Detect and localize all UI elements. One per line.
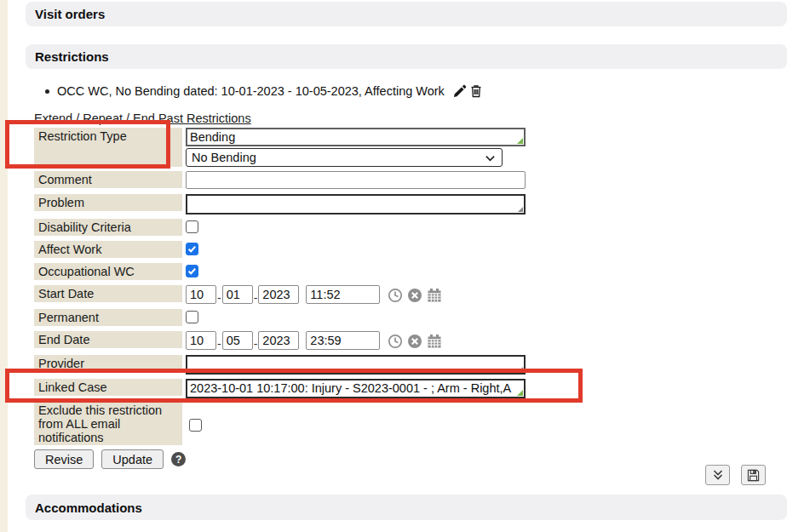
section-header-visit-orders: Visit orders xyxy=(26,2,787,26)
date-separator: - xyxy=(254,292,258,304)
end-month-input[interactable] xyxy=(186,331,216,350)
bullet-dot xyxy=(45,89,49,94)
question-icon[interactable]: ? xyxy=(171,452,186,466)
page: Visit orders Restrictions OCC WC, No Ben… xyxy=(0,0,787,532)
restriction-category-field[interactable]: Bending xyxy=(186,128,526,146)
clock-icon[interactable] xyxy=(388,334,403,349)
affect-work-checkbox[interactable] xyxy=(186,243,198,255)
clear-icon[interactable] xyxy=(407,334,422,349)
comment-label: Comment xyxy=(34,171,182,188)
form-row-restriction-type: Restriction Type Bending No Bending xyxy=(34,128,596,167)
restriction-type-label: Restriction Type xyxy=(34,128,182,167)
comment-input[interactable] xyxy=(186,171,526,189)
restriction-form: Restriction Type Bending No Bending Comm… xyxy=(34,128,596,469)
disability-criteria-checkbox[interactable] xyxy=(186,220,198,233)
form-row-start-date: Start Date - - xyxy=(34,285,596,305)
save-button[interactable] xyxy=(741,465,766,485)
form-row-linked-case: Linked Case 2023-10-01 10:17:00: Injury … xyxy=(34,379,596,398)
end-date-label: End Date xyxy=(34,331,182,348)
problem-label: Problem xyxy=(34,194,182,211)
floppy-save-icon xyxy=(747,469,760,482)
form-row-comment: Comment xyxy=(34,171,596,190)
panel-action-buttons xyxy=(705,465,766,485)
section-header-accommodations: Accommodations xyxy=(26,495,787,520)
form-row-end-date: End Date - - xyxy=(34,331,596,351)
date-separator: - xyxy=(254,338,258,350)
form-row-permanent: Permanent xyxy=(34,309,596,327)
restriction-summary-text: OCC WC, No Bending dated: 10-01-2023 - 1… xyxy=(57,84,445,98)
restriction-summary-item: OCC WC, No Bending dated: 10-01-2023 - 1… xyxy=(45,84,483,98)
clock-icon[interactable] xyxy=(388,288,403,303)
form-row-affect-work: Affect Work xyxy=(34,241,596,259)
form-row-problem: Problem xyxy=(34,194,596,215)
start-day-input[interactable] xyxy=(222,285,253,304)
section-title: Visit orders xyxy=(35,7,105,21)
exclude-email-checkbox[interactable] xyxy=(189,419,202,432)
revise-button[interactable]: Revise xyxy=(34,449,94,469)
section-title: Accommodations xyxy=(35,501,142,515)
form-actions: Revise Update ? xyxy=(34,449,596,469)
trash-icon[interactable] xyxy=(469,84,483,98)
linked-case-field[interactable]: 2023-10-01 10:17:00: Injury - S2023-0001… xyxy=(186,379,526,398)
provider-textarea[interactable] xyxy=(186,355,526,375)
start-year-input[interactable] xyxy=(258,285,299,304)
restriction-type-select[interactable]: No Bending xyxy=(186,148,503,167)
occupational-wc-checkbox[interactable] xyxy=(186,265,198,277)
occupational-wc-label: Occupational WC xyxy=(34,263,182,280)
collapse-button[interactable] xyxy=(705,465,730,485)
start-time-input[interactable] xyxy=(306,285,380,304)
extend-repeat-end-link[interactable]: Extend / Repeat / End Past Restrictions xyxy=(34,112,251,125)
restriction-type-selected-option: No Bending xyxy=(192,151,256,164)
form-row-exclude-email: Exclude this restriction from ALL email … xyxy=(34,403,596,445)
page-edge-strip xyxy=(0,0,8,532)
section-header-restrictions: Restrictions xyxy=(26,44,787,69)
start-month-input[interactable] xyxy=(186,285,216,304)
provider-label: Provider xyxy=(34,355,182,372)
form-row-occupational-wc: Occupational WC xyxy=(34,263,596,281)
permanent-label: Permanent xyxy=(34,309,182,326)
linked-case-label: Linked Case xyxy=(34,379,182,396)
chevron-down-icon xyxy=(485,153,496,163)
disability-criteria-label: Disability Criteria xyxy=(34,219,182,236)
update-button[interactable]: Update xyxy=(101,449,164,469)
form-row-disability-criteria: Disability Criteria xyxy=(34,219,596,237)
end-year-input[interactable] xyxy=(258,331,299,350)
date-separator: - xyxy=(217,292,221,304)
clear-icon[interactable] xyxy=(407,288,422,303)
end-time-input[interactable] xyxy=(306,331,380,350)
problem-textarea[interactable] xyxy=(186,194,526,215)
end-day-input[interactable] xyxy=(222,331,253,350)
affect-work-label: Affect Work xyxy=(34,241,182,258)
start-date-label: Start Date xyxy=(34,285,182,302)
pencil-icon[interactable] xyxy=(453,84,467,98)
calendar-icon[interactable] xyxy=(427,334,442,349)
double-chevron-down-icon xyxy=(712,469,724,481)
calendar-icon[interactable] xyxy=(427,288,442,303)
section-title: Restrictions xyxy=(35,49,109,64)
permanent-checkbox[interactable] xyxy=(186,311,198,323)
exclude-email-label: Exclude this restriction from ALL email … xyxy=(34,403,182,445)
date-separator: - xyxy=(217,338,221,350)
form-row-provider: Provider xyxy=(34,355,596,375)
